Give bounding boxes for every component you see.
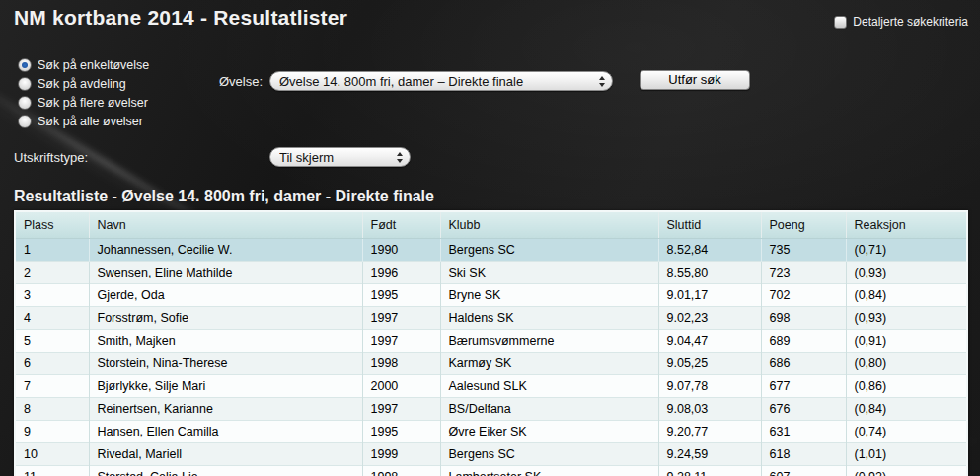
radio-option-flere-ovelser[interactable]: Søk på flere øvelser bbox=[18, 93, 149, 112]
table-row: 8Reinertsen, Karianne1997BS/Delfana9.08,… bbox=[15, 398, 967, 421]
table-cell: (0,93) bbox=[846, 262, 967, 284]
column-header: Født bbox=[362, 211, 440, 239]
column-header: Klubb bbox=[440, 211, 658, 239]
table-cell: 676 bbox=[761, 398, 846, 421]
table-cell: (0,93) bbox=[846, 307, 967, 330]
table-cell: 9.07,78 bbox=[658, 375, 761, 398]
ovelse-label: Øvelse: bbox=[219, 74, 263, 89]
table-cell: 618 bbox=[761, 443, 846, 466]
table-cell: 5 bbox=[15, 330, 89, 353]
stepper-icon bbox=[397, 152, 403, 163]
column-header: Navn bbox=[89, 211, 362, 239]
detailed-search-toggle[interactable]: Detaljerte søkekriteria bbox=[834, 15, 968, 29]
table-cell: 1998 bbox=[362, 466, 440, 476]
table-cell: (0,71) bbox=[846, 239, 967, 262]
table-cell: (0,92) bbox=[846, 466, 967, 476]
table-row: 6Storstein, Nina-Therese1998Karmøy SK9.0… bbox=[15, 353, 967, 375]
radio-label: Søk på avdeling bbox=[38, 77, 126, 91]
table-cell: Bryne SK bbox=[440, 284, 658, 307]
table-row: 4Forsstrøm, Sofie1997Haldens SK9.02,2369… bbox=[15, 307, 967, 330]
table-cell: 1995 bbox=[362, 284, 440, 307]
table-cell: Øvre Eiker SK bbox=[440, 421, 658, 443]
table-cell: 6 bbox=[15, 353, 89, 375]
table-cell: Forsstrøm, Sofie bbox=[89, 307, 362, 330]
column-header: Plass bbox=[15, 211, 89, 239]
table-body: 1Johannessen, Cecilie W.1990Bergens SC8.… bbox=[15, 239, 967, 476]
table-cell: 9.04,47 bbox=[658, 330, 761, 353]
table-cell: Gjerde, Oda bbox=[89, 284, 362, 307]
table-cell: 1996 bbox=[362, 262, 440, 284]
radio-icon[interactable] bbox=[18, 58, 32, 72]
table-cell: Reinertsen, Karianne bbox=[89, 398, 362, 421]
table-cell: (0,86) bbox=[846, 375, 967, 398]
table-cell: 1997 bbox=[362, 398, 440, 421]
table-cell: 4 bbox=[15, 307, 89, 330]
table-cell: (1,01) bbox=[846, 443, 967, 466]
table-cell: (0,84) bbox=[846, 398, 967, 421]
table-cell: 1997 bbox=[362, 330, 440, 353]
ovelse-select-value: Øvelse 14. 800m fri, damer – Direkte fin… bbox=[279, 74, 593, 89]
checkbox-icon[interactable] bbox=[834, 16, 847, 29]
table-cell: 735 bbox=[761, 239, 846, 262]
table-cell: (0,74) bbox=[846, 421, 967, 443]
table-cell: 677 bbox=[761, 375, 846, 398]
table-cell: Ski SK bbox=[440, 262, 658, 284]
stepper-icon bbox=[599, 76, 605, 87]
radio-option-avdeling[interactable]: Søk på avdeling bbox=[18, 74, 149, 93]
radio-option-alle-ovelser[interactable]: Søk på alle øvelser bbox=[18, 112, 149, 130]
table-cell: 698 bbox=[761, 307, 846, 330]
table-cell: 8.52,84 bbox=[658, 239, 761, 262]
radio-icon[interactable] bbox=[18, 77, 32, 91]
table-cell: 10 bbox=[15, 443, 89, 466]
table-cell: 9.24,59 bbox=[658, 443, 761, 466]
table-cell: 1999 bbox=[362, 443, 440, 466]
print-type-select-value: Til skjerm bbox=[279, 150, 391, 165]
table-cell: 9.01,17 bbox=[658, 284, 761, 307]
results-title: Resultatliste - Øvelse 14. 800m fri, dam… bbox=[14, 188, 434, 205]
table-cell: Karmøy SK bbox=[440, 353, 658, 375]
table-cell: Storstad, Celia Lie bbox=[89, 466, 362, 476]
column-header: Reaksjon bbox=[846, 211, 967, 239]
search-mode-radio-group: Søk på enkeltøvelse Søk på avdeling Søk … bbox=[18, 55, 149, 130]
table-cell: Johannessen, Cecilie W. bbox=[89, 239, 362, 262]
results-table: PlassNavnFødtKlubbSluttidPoengReaksjon 1… bbox=[14, 210, 968, 476]
radio-label: Søk på flere øvelser bbox=[38, 96, 148, 110]
table-cell: Aalesund SLK bbox=[440, 375, 658, 398]
table-cell: (0,84) bbox=[846, 284, 967, 307]
table-cell: 1 bbox=[15, 239, 89, 262]
table-cell: 1990 bbox=[362, 239, 440, 262]
table-cell: 8 bbox=[15, 398, 89, 421]
table-cell: 631 bbox=[761, 421, 846, 443]
radio-icon[interactable] bbox=[18, 96, 32, 110]
table-cell: 2000 bbox=[362, 375, 440, 398]
radio-icon[interactable] bbox=[18, 115, 32, 128]
table-cell: 8.55,80 bbox=[658, 262, 761, 284]
table-cell: 3 bbox=[15, 284, 89, 307]
table-cell: Bergens SC bbox=[440, 239, 658, 262]
table-cell: 9 bbox=[15, 421, 89, 443]
table-row: 5Smith, Majken1997Bærumsvømmerne9.04,476… bbox=[15, 330, 967, 353]
table-row: 7Bjørlykke, Silje Mari2000Aalesund SLK9.… bbox=[15, 375, 967, 398]
search-button[interactable]: Utfør søk bbox=[640, 70, 750, 90]
radio-option-enkeltovelse[interactable]: Søk på enkeltøvelse bbox=[18, 55, 149, 74]
table-row: 9Hansen, Ellen Camilla1995Øvre Eiker SK9… bbox=[15, 421, 967, 443]
table-cell: Hansen, Ellen Camilla bbox=[89, 421, 362, 443]
table-cell: 689 bbox=[761, 330, 846, 353]
detailed-search-label: Detaljerte søkekriteria bbox=[853, 15, 968, 29]
table-cell: 1998 bbox=[362, 353, 440, 375]
table-cell: Bergens SC bbox=[440, 443, 658, 466]
table-cell: 9.02,23 bbox=[658, 307, 761, 330]
print-type-select[interactable]: Til skjerm bbox=[269, 147, 411, 167]
table-cell: 1995 bbox=[362, 421, 440, 443]
table-cell: 9.20,77 bbox=[658, 421, 761, 443]
ovelse-select[interactable]: Øvelse 14. 800m fri, damer – Direkte fin… bbox=[269, 71, 613, 91]
column-header: Poeng bbox=[761, 211, 846, 239]
table-cell: Smith, Majken bbox=[89, 330, 362, 353]
table-cell: Bjørlykke, Silje Mari bbox=[89, 375, 362, 398]
page-title: NM kortbane 2014 - Resultatlister bbox=[14, 6, 347, 30]
column-header: Sluttid bbox=[658, 211, 761, 239]
table-row: 2Swensen, Eline Mathilde1996Ski SK8.55,8… bbox=[15, 262, 967, 284]
table-header-row: PlassNavnFødtKlubbSluttidPoengReaksjon bbox=[15, 211, 967, 239]
table-row: 3Gjerde, Oda1995Bryne SK9.01,17702(0,84) bbox=[15, 284, 967, 307]
table-cell: Bærumsvømmerne bbox=[440, 330, 658, 353]
